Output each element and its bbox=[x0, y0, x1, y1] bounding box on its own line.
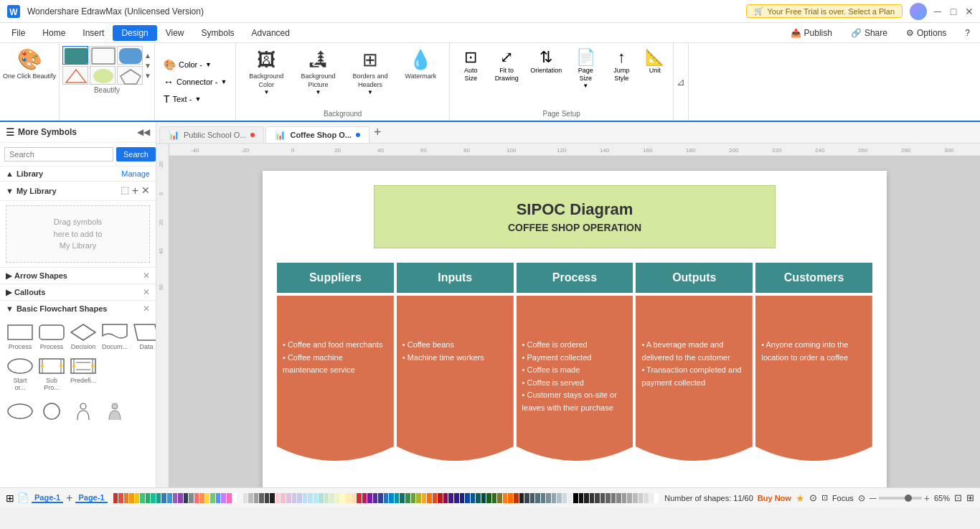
one-click-beautify-button[interactable]: 🎨 One Click Beautify bbox=[0, 43, 60, 121]
color-swatch[interactable] bbox=[486, 493, 491, 503]
page-icon[interactable]: 📄 bbox=[17, 492, 29, 503]
color-swatch[interactable] bbox=[362, 493, 367, 503]
shape-document[interactable]: Docum... bbox=[100, 321, 129, 352]
color-swatch[interactable] bbox=[189, 493, 194, 503]
color-swatch[interactable] bbox=[265, 493, 270, 503]
minimize-button[interactable]: ─ bbox=[933, 6, 943, 17]
color-swatch[interactable] bbox=[460, 493, 465, 503]
color-swatch[interactable] bbox=[281, 493, 286, 503]
color-swatch[interactable] bbox=[600, 493, 606, 503]
search-button[interactable]: Search bbox=[116, 147, 156, 161]
jump-style-button[interactable]: ↑ JumpStyle bbox=[605, 46, 638, 85]
color-swatch[interactable] bbox=[205, 493, 210, 503]
close-button[interactable]: ✕ bbox=[964, 6, 974, 17]
color-swatch[interactable] bbox=[541, 493, 546, 503]
color-swatch[interactable] bbox=[579, 493, 584, 503]
basic-flowchart-close-button[interactable]: ✕ bbox=[143, 304, 150, 314]
color-swatch[interactable] bbox=[405, 493, 410, 503]
fullscreen-icon[interactable]: ⊡ bbox=[821, 493, 828, 502]
callouts-section-header[interactable]: ▶ Callouts ✕ bbox=[0, 284, 156, 300]
arrow-shapes-close-button[interactable]: ✕ bbox=[143, 271, 150, 281]
menu-file[interactable]: File bbox=[3, 25, 34, 41]
style-thumb-1[interactable] bbox=[62, 46, 88, 65]
my-library-add-button[interactable]: + bbox=[132, 184, 138, 197]
color-swatch[interactable] bbox=[416, 493, 421, 503]
color-swatch[interactable] bbox=[254, 493, 259, 503]
menu-symbols[interactable]: Symbols bbox=[193, 25, 243, 41]
menu-insert[interactable]: Insert bbox=[74, 25, 113, 41]
color-swatch[interactable] bbox=[243, 493, 248, 503]
trial-banner[interactable]: 🛒 Your Free Trial is over. Select a Plan bbox=[746, 4, 903, 18]
color-swatch[interactable] bbox=[357, 493, 362, 503]
shape-oval[interactable] bbox=[6, 400, 34, 423]
color-swatch[interactable] bbox=[167, 493, 172, 503]
fit-to-drawing-button[interactable]: ⤢ Fit toDrawing bbox=[490, 46, 523, 85]
watermark-button[interactable]: 💧 Watermark bbox=[399, 46, 442, 84]
background-color-button[interactable]: 🖼 BackgroundColor ▼ bbox=[243, 46, 289, 98]
zoom-in-button[interactable]: + bbox=[924, 492, 930, 504]
buy-now-button[interactable]: Buy Now bbox=[758, 494, 791, 502]
share-button[interactable]: 🔗 Share bbox=[844, 26, 895, 40]
color-swatch[interactable] bbox=[595, 493, 600, 503]
color-swatch[interactable] bbox=[611, 493, 616, 503]
color-swatch[interactable] bbox=[557, 493, 562, 503]
color-swatch[interactable] bbox=[481, 493, 486, 503]
color-swatch[interactable] bbox=[395, 493, 400, 503]
orientation-button[interactable]: ⇅ Orientation bbox=[526, 46, 566, 77]
color-swatch[interactable] bbox=[433, 493, 438, 503]
color-swatch[interactable] bbox=[314, 493, 319, 503]
color-swatch[interactable] bbox=[270, 493, 275, 503]
color-swatch[interactable] bbox=[384, 493, 389, 503]
style-thumb-4[interactable] bbox=[62, 66, 88, 85]
arrow-shapes-section-header[interactable]: ▶ Arrow Shapes ✕ bbox=[0, 267, 156, 284]
color-swatch[interactable] bbox=[584, 493, 589, 503]
color-swatch[interactable] bbox=[633, 493, 638, 503]
style-scroll-down[interactable]: ▼ bbox=[144, 62, 151, 70]
color-swatch[interactable] bbox=[567, 493, 573, 503]
connector-dropdown[interactable]: ↔ Connector - ▼ bbox=[161, 75, 230, 89]
color-swatch[interactable] bbox=[227, 493, 232, 503]
menu-design[interactable]: Design bbox=[113, 25, 156, 41]
color-swatch[interactable] bbox=[508, 493, 513, 503]
my-library-export-button[interactable]: ⬚ bbox=[121, 184, 129, 197]
color-swatch[interactable] bbox=[340, 493, 345, 503]
color-swatch[interactable] bbox=[216, 493, 221, 503]
color-swatch[interactable] bbox=[286, 493, 291, 503]
color-swatch[interactable] bbox=[237, 493, 242, 503]
color-swatch[interactable] bbox=[471, 493, 476, 503]
color-swatch[interactable] bbox=[524, 493, 529, 503]
color-swatch[interactable] bbox=[140, 493, 145, 503]
color-swatch[interactable] bbox=[292, 493, 297, 503]
color-swatch[interactable] bbox=[530, 493, 535, 503]
options-button[interactable]: ⚙ Options bbox=[899, 26, 953, 40]
color-swatch[interactable] bbox=[135, 493, 140, 503]
layers-icon[interactable]: ⊙ bbox=[809, 492, 817, 503]
color-swatch[interactable] bbox=[497, 493, 502, 503]
color-swatch[interactable] bbox=[184, 493, 189, 503]
color-swatch[interactable] bbox=[346, 493, 351, 503]
zoom-slider[interactable] bbox=[879, 497, 922, 500]
my-library-close-button[interactable]: ✕ bbox=[141, 184, 150, 197]
borders-headers-button[interactable]: ⊞ Borders andHeaders ▼ bbox=[347, 46, 393, 98]
color-swatch[interactable] bbox=[649, 493, 654, 503]
color-swatch[interactable] bbox=[476, 493, 481, 503]
expand-button[interactable]: ⊿ bbox=[674, 43, 689, 121]
color-swatch[interactable] bbox=[644, 493, 649, 503]
callouts-close-button[interactable]: ✕ bbox=[143, 287, 150, 297]
style-scroll-up[interactable]: ▲ bbox=[144, 52, 151, 60]
help-button[interactable]: ? bbox=[958, 26, 977, 40]
color-swatch[interactable] bbox=[654, 493, 659, 503]
shape-process-1[interactable]: Process bbox=[6, 321, 34, 352]
color-swatch[interactable] bbox=[573, 493, 578, 503]
my-library-collapse-icon[interactable]: ▼ bbox=[6, 187, 14, 195]
color-swatch[interactable] bbox=[422, 493, 427, 503]
color-swatch[interactable] bbox=[151, 493, 156, 503]
color-swatch[interactable] bbox=[519, 493, 524, 503]
color-swatch[interactable] bbox=[308, 493, 313, 503]
canvas-scroll[interactable]: -40 -20 0 20 40 60 80 100 120 140 160 18… bbox=[169, 144, 980, 487]
basic-flowchart-section-header[interactable]: ▼ Basic Flowchart Shapes ✕ bbox=[0, 300, 156, 317]
color-swatch[interactable] bbox=[627, 493, 632, 503]
fit-page-button[interactable]: ⊡ bbox=[954, 492, 962, 503]
color-swatch[interactable] bbox=[259, 493, 264, 503]
search-input[interactable] bbox=[4, 147, 113, 161]
